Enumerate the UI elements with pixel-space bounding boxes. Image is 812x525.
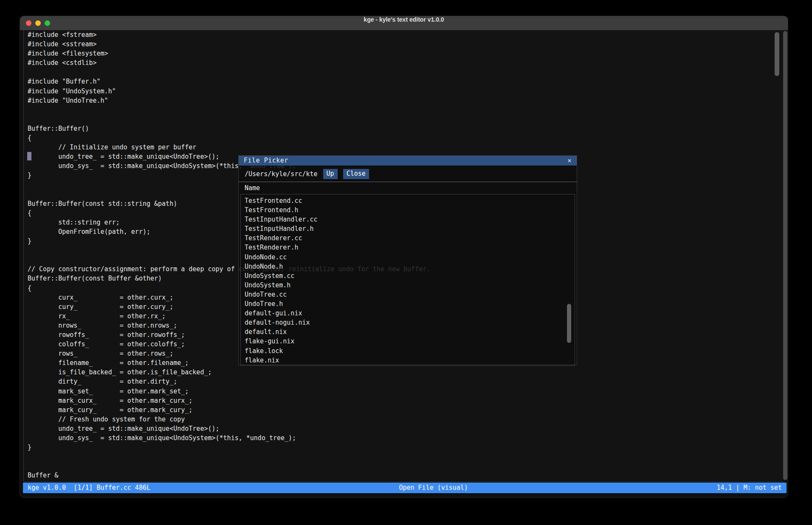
text-cursor	[27, 152, 31, 160]
close-icon[interactable]: ✕	[567, 156, 572, 166]
list-item[interactable]: default-nogui.nix	[241, 318, 575, 327]
list-item[interactable]: UndoNode.cc	[241, 253, 575, 262]
status-cursor-position: 14,1 | M: not set	[716, 483, 782, 493]
file-picker-titlebar[interactable]: File Picker ✕	[239, 156, 577, 166]
list-item[interactable]: flake.nix	[241, 356, 575, 365]
list-item[interactable]: default-gui.nix	[241, 309, 575, 318]
editor-scrollbar-thumb[interactable]	[775, 32, 779, 76]
file-list: TestFrontend.ccTestFrontend.hTestInputHa…	[240, 194, 575, 366]
list-item[interactable]: flake-gui.nix	[241, 337, 575, 346]
status-file-info: kge v1.0.0 [1/1] Buffer.cc 486L	[28, 483, 150, 493]
close-button[interactable]: Close	[343, 169, 369, 179]
file-picker-title: File Picker	[244, 156, 288, 165]
list-header: Name	[239, 182, 577, 194]
up-button[interactable]: Up	[323, 169, 338, 179]
list-item[interactable]: UndoSystem.cc	[241, 271, 575, 281]
file-picker-dialog: File Picker ✕ /Users/kyle/src/kte Up Clo…	[238, 155, 577, 365]
editor-scrollbar-track[interactable]	[783, 31, 787, 480]
desktop: kge - kyle's text editor v1.0.0 #include…	[0, 0, 812, 525]
file-list-scrollbar-thumb[interactable]	[567, 304, 571, 343]
file-list-items: TestFrontend.ccTestFrontend.hTestInputHa…	[241, 196, 575, 365]
list-item[interactable]: UndoTree.cc	[241, 290, 575, 299]
path-row: /Users/kyle/src/kte Up Close	[239, 166, 577, 182]
list-item[interactable]: default.nix	[241, 327, 575, 337]
list-item[interactable]: TestRenderer.h	[241, 243, 575, 252]
list-item[interactable]: TestRenderer.cc	[241, 233, 575, 243]
list-item[interactable]: flake.lock	[241, 346, 575, 356]
window-titlebar[interactable]: kge - kyle's text editor v1.0.0	[20, 16, 788, 30]
list-item[interactable]: UndoTree.h	[241, 299, 575, 309]
status-mode: Open File (visual)	[150, 483, 716, 493]
status-bar: kge v1.0.0 [1/1] Buffer.cc 486L Open Fil…	[23, 483, 787, 493]
list-item[interactable]: TestInputHandler.h	[241, 224, 575, 233]
current-path: /Users/kyle/src/kte	[245, 170, 318, 179]
list-item[interactable]: TestInputHandler.cc	[241, 215, 575, 224]
list-item[interactable]: TestFrontend.cc	[241, 196, 575, 205]
list-item[interactable]: UndoNode.h	[241, 262, 575, 271]
window-title: kge - kyle's text editor v1.0.0	[20, 16, 788, 30]
list-item[interactable]: UndoSystem.h	[241, 281, 575, 290]
list-item[interactable]: TestFrontend.h	[241, 205, 575, 215]
